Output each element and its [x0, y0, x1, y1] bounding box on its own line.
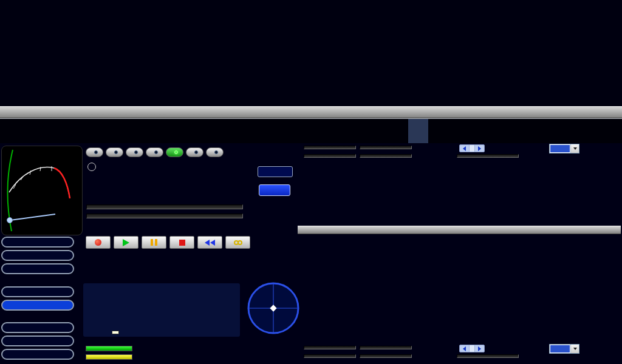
zoom-slider[interactable] — [457, 354, 519, 358]
mode-led-icon — [94, 150, 98, 154]
right-arrow-icon — [478, 346, 481, 351]
spinner-track[interactable] — [469, 345, 475, 352]
mode-button-lsb[interactable] — [146, 147, 163, 157]
record-icon — [95, 239, 101, 246]
spectrum-brightness-slider[interactable] — [304, 154, 356, 158]
cpu-level-fill — [86, 355, 132, 359]
speed-select[interactable] — [549, 144, 579, 153]
phase-indicator — [245, 280, 302, 337]
audio-spectrum-display[interactable] — [298, 235, 621, 342]
display-controls-top — [299, 144, 621, 162]
rbw-spinner[interactable] — [459, 144, 485, 152]
mode-button-drm[interactable] — [206, 147, 224, 157]
meter-red-zone — [54, 168, 70, 198]
waterfall-contrast-slider[interactable] — [360, 346, 412, 349]
rbw-spinner[interactable] — [459, 345, 485, 352]
spinner-right-button[interactable] — [475, 145, 484, 152]
meter-needle — [10, 214, 55, 220]
loop-icon — [234, 240, 242, 245]
tooltip — [112, 331, 119, 334]
mode-button-usb[interactable] — [166, 147, 183, 157]
mode-led-icon — [174, 150, 178, 154]
chevron-down-icon — [573, 147, 577, 150]
speed-selected-value — [550, 345, 570, 352]
mode-button-fm[interactable] — [126, 147, 143, 157]
stop-button[interactable] — [1, 322, 74, 333]
transport-bar — [86, 236, 250, 249]
rewind-button[interactable] — [197, 236, 222, 249]
display-controls-bottom — [299, 344, 621, 362]
play-button[interactable] — [114, 236, 138, 249]
loop-button[interactable] — [225, 236, 250, 249]
minimize-button[interactable] — [1, 335, 74, 346]
pause-button[interactable] — [142, 236, 166, 249]
spectrum-contrast-slider[interactable] — [360, 354, 412, 358]
meter-needle-knob — [7, 218, 13, 223]
dr-level-fill — [86, 346, 132, 351]
cpu-level-bar — [86, 354, 132, 360]
rf-overview-spectrum[interactable] — [0, 118, 622, 143]
freqmgr-button[interactable] — [258, 166, 293, 177]
spinner-left-button[interactable] — [460, 145, 469, 152]
audio-frequency-ruler[interactable] — [298, 226, 621, 234]
right-arrow-icon — [478, 146, 481, 151]
volume-slider[interactable] — [86, 204, 243, 209]
waterfall-brightness-slider[interactable] — [304, 346, 356, 349]
speed-selected-value — [550, 145, 570, 152]
mode-led-icon — [114, 150, 118, 154]
mode-led-icon — [134, 150, 138, 154]
fullscreen-button[interactable] — [1, 300, 74, 311]
s-meter — [1, 146, 83, 235]
record-button[interactable] — [86, 236, 111, 249]
tune-frequency-marker — [408, 119, 409, 144]
extio-button[interactable] — [259, 184, 290, 196]
spinner-right-button[interactable] — [475, 345, 484, 352]
options-button[interactable] — [1, 263, 74, 274]
level-slider[interactable] — [86, 214, 243, 218]
mode-button-am[interactable] — [86, 147, 103, 157]
lo-frequency-row — [84, 163, 100, 171]
pause-icon — [151, 239, 157, 246]
hdsdr-window — [0, 0, 622, 364]
lo-a-badge[interactable] — [87, 163, 96, 171]
combo-dropdown-button[interactable] — [570, 345, 579, 353]
mode-led-icon — [154, 150, 158, 154]
stop-playback-button[interactable] — [169, 236, 194, 249]
mode-button-row — [86, 147, 224, 157]
rewind-icon — [205, 240, 215, 246]
left-arrow-icon — [463, 346, 466, 351]
meter-ticks — [13, 166, 52, 189]
waterfall-brightness-slider[interactable] — [304, 146, 356, 149]
samplerate-button[interactable] — [1, 250, 74, 261]
stop-icon — [179, 240, 185, 246]
zoom-slider[interactable] — [457, 154, 519, 158]
mode-button-ecss[interactable] — [106, 147, 123, 157]
speed-select[interactable] — [549, 344, 579, 354]
combo-dropdown-button[interactable] — [570, 144, 579, 153]
dr-level-bar — [86, 346, 132, 351]
info-update-button[interactable] — [1, 286, 74, 297]
play-icon — [123, 239, 129, 246]
waterfall-contrast-slider[interactable] — [360, 146, 412, 149]
rf-waterfall-display[interactable] — [0, 0, 622, 106]
left-arrow-icon — [463, 146, 466, 151]
spectrum-brightness-slider[interactable] — [304, 354, 356, 358]
mode-led-icon — [214, 150, 218, 154]
spinner-left-button[interactable] — [460, 345, 469, 352]
mode-button-cw[interactable] — [186, 147, 203, 157]
chevron-down-icon — [573, 348, 577, 350]
dsp-panel — [83, 283, 240, 337]
spinner-track[interactable] — [469, 145, 475, 152]
rf-frequency-ruler[interactable] — [0, 106, 622, 118]
spectrum-contrast-slider[interactable] — [360, 154, 412, 158]
passband-marker — [408, 119, 428, 144]
soundcard-button[interactable] — [1, 237, 74, 248]
exit-button[interactable] — [1, 349, 74, 360]
audio-spectrum-trace[interactable] — [298, 235, 621, 342]
rf-overview-trace[interactable] — [0, 119, 622, 143]
mode-led-icon — [194, 150, 198, 154]
audio-waterfall-display[interactable] — [298, 163, 621, 225]
